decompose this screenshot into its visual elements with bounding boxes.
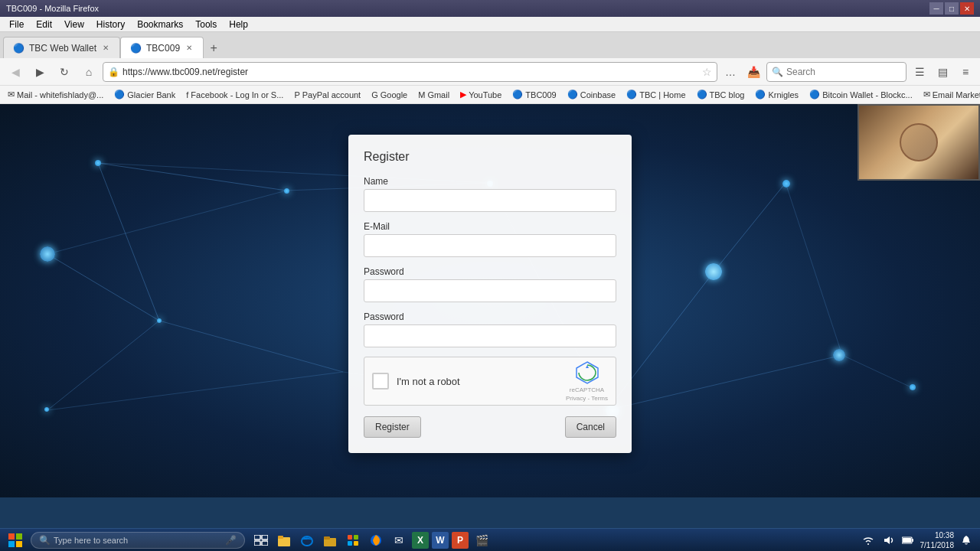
name-input[interactable] [364, 189, 616, 212]
coinbase-icon: 🔵 [567, 90, 578, 99]
excel-icon[interactable]: X [412, 532, 429, 549]
bookmark-gmail[interactable]: M Gmail [413, 89, 454, 101]
sidebar-toggle[interactable]: ▤ [933, 62, 952, 82]
reload-button[interactable]: ↻ [54, 61, 75, 83]
search-input[interactable] [786, 67, 901, 77]
notifications-icon[interactable] [959, 533, 974, 548]
taskbar-search-icon: 🔍 [39, 535, 51, 546]
tab-tbc009[interactable]: 🔵 TBC009 ✕ [120, 37, 204, 58]
tab-close-2[interactable]: ✕ [185, 44, 194, 52]
title-bar-left: TBC009 - Mozilla Firefox [6, 4, 99, 13]
recaptcha-icon [575, 360, 599, 385]
fb-icon: f [186, 90, 188, 99]
menu-history[interactable]: History [90, 18, 131, 31]
menu-help[interactable]: Help [223, 18, 254, 31]
menu-view[interactable]: View [58, 18, 90, 31]
back-button[interactable]: ◀ [5, 61, 26, 83]
bookmark-mail[interactable]: ✉ Mail - whitefishlady@... [3, 88, 108, 101]
bookmarks-bar: ✉ Mail - whitefishlady@... 🔵 Glacier Ban… [0, 86, 980, 104]
toolbar-toggle[interactable]: ☰ [910, 62, 929, 82]
bookmark-label: Krnigles [768, 90, 799, 99]
maximize-button[interactable]: □ [945, 2, 959, 15]
pocket-button[interactable]: 📥 [743, 62, 763, 82]
network-node [833, 349, 845, 361]
bookmark-krnigles[interactable]: 🔵 Krnigles [750, 88, 803, 101]
bookmark-tbc009[interactable]: 🔵 TBC009 [508, 88, 560, 101]
recaptcha-links[interactable]: Privacy - Terms [566, 395, 608, 402]
svg-rect-29 [348, 535, 352, 540]
tab-close-1[interactable]: ✕ [101, 44, 110, 52]
bookmark-google[interactable]: G Google [367, 89, 412, 101]
search-icon: 🔍 [772, 67, 783, 77]
url-input[interactable] [122, 67, 699, 77]
network-icon[interactable] [861, 533, 876, 548]
bookmark-label: Facebook - Log In or S... [191, 90, 283, 99]
bookmark-facebook[interactable]: f Facebook - Log In or S... [181, 89, 288, 101]
bookmark-star-icon[interactable]: ☆ [702, 66, 712, 78]
file-explorer-icon[interactable] [274, 530, 294, 550]
svg-rect-28 [324, 536, 330, 540]
bookmark-coinbase[interactable]: 🔵 Coinbase [563, 88, 620, 101]
close-button[interactable]: ✕ [960, 2, 974, 15]
edge-icon[interactable] [297, 530, 317, 550]
svg-rect-20 [254, 535, 260, 540]
register-submit-button[interactable]: Register [364, 416, 421, 438]
bookmark-tbc-blog[interactable]: 🔵 TBC blog [692, 88, 750, 101]
svg-rect-31 [348, 541, 352, 546]
menu-file[interactable]: File [3, 18, 30, 31]
email-input[interactable] [364, 234, 616, 257]
bookmark-label: Coinbase [580, 90, 616, 99]
url-bar-container: 🔒 ☆ [103, 62, 717, 82]
bookmark-youtube[interactable]: ▶ YouTube [456, 88, 506, 101]
bookmark-label: PayPal account [302, 90, 361, 99]
email-field-group: E-Mail [364, 221, 616, 257]
firefox-icon[interactable] [366, 530, 386, 550]
menu-bookmarks[interactable]: Bookmarks [131, 18, 189, 31]
svg-rect-19 [16, 541, 22, 547]
svg-rect-18 [8, 541, 15, 547]
video-icon[interactable]: 🎬 [472, 530, 492, 550]
store-icon[interactable] [343, 530, 363, 550]
network-node [44, 407, 49, 412]
cancel-button[interactable]: Cancel [565, 416, 616, 438]
tab-label: TBC Web Wallet [29, 43, 96, 54]
network-node [157, 318, 162, 323]
password2-input[interactable] [364, 324, 616, 347]
svg-rect-17 [16, 533, 22, 540]
bookmark-tbc-home[interactable]: 🔵 TBC | Home [622, 88, 690, 101]
title-bar-controls: ─ □ ✕ [929, 2, 974, 15]
svg-rect-25 [278, 536, 283, 539]
bitcoin-icon: 🔵 [809, 90, 820, 99]
network-node [40, 246, 55, 262]
volume-icon[interactable] [880, 533, 896, 548]
more-options-button[interactable]: … [720, 62, 740, 82]
gmail-icon: M [418, 90, 425, 99]
captcha-checkbox[interactable] [372, 373, 389, 390]
start-button[interactable] [0, 529, 31, 552]
new-tab-button[interactable]: + [204, 38, 224, 58]
name-label: Name [364, 176, 616, 187]
tab-tbc-web-wallet[interactable]: 🔵 TBC Web Wallet ✕ [3, 37, 120, 58]
tab-bar: 🔵 TBC Web Wallet ✕ 🔵 TBC009 ✕ + [0, 32, 980, 58]
home-button[interactable]: ⌂ [78, 61, 100, 83]
forward-button[interactable]: ▶ [29, 61, 51, 83]
battery-icon[interactable] [900, 533, 916, 548]
bookmark-paypal[interactable]: P PayPal account [289, 89, 365, 101]
bookmark-email-mktg[interactable]: ✉ Email Marketing Soft... [919, 88, 980, 101]
task-view-button[interactable] [251, 530, 271, 550]
menu-edit[interactable]: Edit [30, 18, 58, 31]
glacier-icon: 🔵 [114, 90, 125, 99]
bookmark-label: Glacier Bank [127, 90, 175, 99]
overflow-button[interactable]: ≡ [956, 62, 975, 82]
powerpoint-icon[interactable]: P [452, 532, 469, 549]
menu-tools[interactable]: Tools [189, 18, 223, 31]
mail-taskbar-icon[interactable]: ✉ [389, 530, 409, 550]
folder-icon[interactable] [320, 530, 340, 550]
bookmark-glacier[interactable]: 🔵 Glacier Bank [109, 88, 180, 101]
password-input[interactable] [364, 279, 616, 302]
word-icon[interactable]: W [432, 532, 449, 549]
bookmark-bitcoin[interactable]: 🔵 Bitcoin Wallet - Blockc... [805, 88, 917, 101]
menu-bar: File Edit View History Bookmarks Tools H… [0, 17, 980, 32]
taskbar-search[interactable]: 🔍 Type here to search 🎤 [31, 532, 245, 549]
minimize-button[interactable]: ─ [929, 2, 943, 15]
